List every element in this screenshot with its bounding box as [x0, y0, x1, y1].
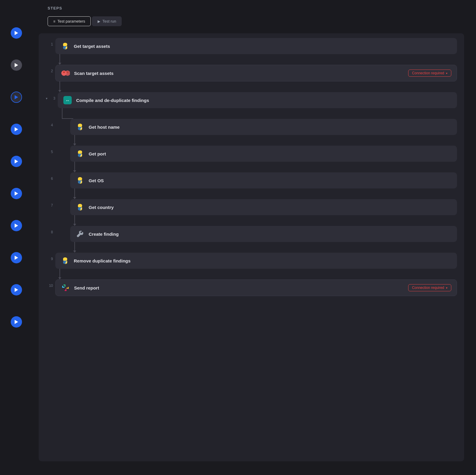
sidebar-slot-5	[11, 152, 22, 184]
sidebar-slot-2	[11, 56, 22, 88]
svg-marker-4	[15, 159, 18, 163]
tab-test-run[interactable]: ▶ Test run	[92, 16, 122, 26]
svg-point-16	[67, 71, 68, 73]
sidebar-slot-1	[11, 24, 22, 56]
svg-point-20	[81, 155, 82, 156]
sidebar-slot-4	[11, 120, 22, 152]
sidebar-slot-8	[11, 248, 22, 281]
chevron-down-icon-10: ▾	[446, 286, 447, 290]
sidebar-slot-6	[11, 184, 22, 216]
play-btn-10[interactable]	[11, 316, 22, 328]
step-card-6[interactable]: Get OS	[70, 172, 457, 188]
compile-icon: ↔	[63, 96, 72, 105]
play-btn-7[interactable]	[11, 220, 22, 231]
step-card-7[interactable]: Get country	[70, 199, 457, 215]
play-icon: ▶	[98, 19, 100, 23]
svg-point-12	[66, 47, 67, 48]
step-label-10: Send report	[74, 285, 404, 290]
step-card-2[interactable]: Scan target assets Connection required ▾	[55, 65, 457, 81]
svg-marker-6	[15, 224, 18, 228]
step-number-1: 1	[46, 38, 55, 46]
python-icon-9	[61, 256, 70, 265]
step-number-2: 2	[46, 65, 55, 73]
step-label-7: Get country	[89, 205, 452, 210]
svg-marker-8	[15, 288, 18, 292]
play-btn-2[interactable]	[11, 59, 22, 71]
play-btn-3[interactable]	[11, 92, 22, 103]
svg-point-22	[81, 182, 82, 183]
step-card-5[interactable]: Get port	[70, 146, 457, 162]
sidebar-slot-7	[11, 216, 22, 248]
sidebar-slot-9	[11, 281, 22, 313]
scan-icon	[61, 69, 70, 78]
play-btn-9[interactable]	[11, 284, 22, 295]
connection-required-label-2: Connection required	[412, 71, 444, 75]
svg-rect-34	[65, 290, 67, 291]
tabs-bar: ≡ Test parameters ▶ Test run	[39, 16, 464, 26]
step-label-3: Compile and de-duplicate findings	[76, 98, 452, 103]
step-number-9: 9	[46, 253, 55, 261]
chevron-down-icon-2: ▾	[446, 72, 447, 75]
svg-marker-2	[15, 95, 18, 99]
step-label-1: Get target assets	[74, 44, 452, 49]
list-icon: ≡	[53, 19, 55, 23]
play-btn-1[interactable]	[11, 27, 22, 39]
svg-rect-32	[68, 287, 69, 289]
python-icon-7	[76, 203, 84, 212]
svg-point-18	[81, 128, 82, 129]
main-content: STEPS ≡ Test parameters ▶ Test run 1	[33, 0, 476, 475]
tab-test-run-label: Test run	[102, 19, 116, 23]
svg-marker-3	[15, 127, 18, 131]
svg-marker-9	[15, 320, 18, 324]
svg-rect-28	[62, 286, 63, 288]
slack-icon	[61, 283, 70, 292]
step-label-5: Get port	[89, 151, 452, 156]
step-label-2: Scan target assets	[74, 71, 404, 76]
svg-marker-7	[15, 256, 18, 260]
step-number-10: 10	[46, 279, 55, 288]
svg-point-15	[63, 71, 65, 73]
step-card-10[interactable]: Send report Connection required ▾	[55, 279, 457, 296]
svg-marker-1	[15, 63, 18, 67]
step-number-6: 6	[46, 172, 55, 181]
step-card-8[interactable]: Create finding	[70, 226, 457, 242]
step-number-4: 4	[46, 119, 55, 127]
tab-test-parameters-label: Test parameters	[57, 19, 85, 23]
python-icon-6	[76, 176, 84, 185]
sidebar-slot-3	[11, 88, 22, 120]
step-label-4: Get host name	[89, 125, 452, 130]
step-number-7: 7	[46, 199, 55, 207]
play-btn-5[interactable]	[11, 156, 22, 167]
wrench-icon	[76, 229, 84, 238]
tab-test-parameters[interactable]: ≡ Test parameters	[48, 16, 91, 26]
python-icon-5	[76, 149, 84, 158]
sidebar-slot-10	[11, 313, 22, 345]
steps-area: 1	[39, 33, 464, 461]
python-icon-4	[76, 122, 84, 131]
step-label-9: Remove duplicate findings	[74, 258, 452, 263]
step-label-6: Get OS	[89, 178, 452, 183]
steps-heading: STEPS	[39, 6, 464, 10]
svg-point-26	[66, 262, 67, 263]
step-card-4[interactable]: Get host name	[70, 119, 457, 135]
step-label-8: Create finding	[89, 232, 452, 237]
svg-marker-0	[15, 31, 18, 35]
step-number-8: 8	[46, 226, 55, 234]
connection-required-btn-10[interactable]: Connection required ▾	[408, 284, 451, 291]
svg-marker-5	[15, 191, 18, 196]
connection-required-btn-2[interactable]: Connection required ▾	[408, 70, 451, 77]
page-container: STEPS ≡ Test parameters ▶ Test run 1	[0, 0, 476, 475]
play-btn-4[interactable]	[11, 124, 22, 135]
python-icon-1	[61, 42, 70, 51]
step-card-9[interactable]: Remove duplicate findings	[55, 253, 457, 269]
connection-required-label-10: Connection required	[412, 286, 444, 290]
step-card-3[interactable]: ↔ Compile and de-duplicate findings	[58, 92, 457, 108]
step-card-1[interactable]: Get target assets	[55, 38, 457, 54]
svg-point-24	[81, 208, 82, 209]
play-btn-6[interactable]	[11, 188, 22, 199]
step-number-5: 5	[46, 146, 55, 154]
sidebar	[0, 0, 33, 475]
svg-rect-30	[63, 284, 65, 285]
play-btn-8[interactable]	[11, 252, 22, 263]
step-number-3: 3	[48, 96, 58, 100]
